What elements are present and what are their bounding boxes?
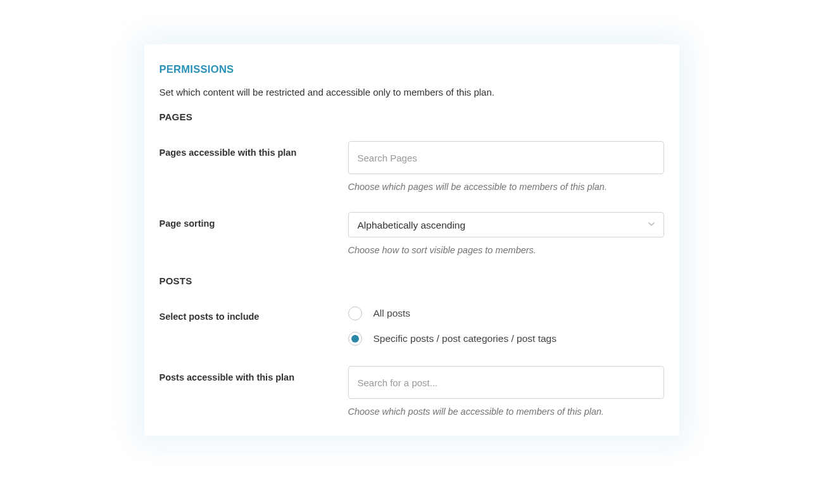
pages-accessible-control: Choose which pages will be accessible to… [348,141,664,192]
radio-all-posts-label: All posts [374,308,411,319]
radio-specific-posts-label: Specific posts / post categories / post … [374,333,556,344]
posts-accessible-hint: Choose which posts will be accessible to… [348,406,664,417]
radio-icon [348,306,362,320]
pages-accessible-label: Pages accessible with this plan [160,141,348,192]
page-sorting-select-wrapper: Alphabetically ascending [348,212,664,237]
card-description: Set which content will be restricted and… [160,87,664,98]
pages-search-input[interactable] [348,141,664,174]
page-sorting-hint: Choose how to sort visible pages to memb… [348,245,664,255]
posts-accessible-control: Choose which posts will be accessible to… [348,366,664,417]
page-sorting-label: Page sorting [160,212,348,255]
posts-include-control: All posts Specific posts / post categori… [348,305,664,346]
page-sorting-row: Page sorting Alphabetically ascending Ch… [160,212,664,255]
radio-icon [348,332,362,346]
pages-accessible-hint: Choose which pages will be accessible to… [348,182,664,192]
posts-include-radio-group: All posts Specific posts / post categori… [348,305,664,346]
pages-accessible-row: Pages accessible with this plan Choose w… [160,141,664,192]
radio-all-posts[interactable]: All posts [348,306,664,320]
pages-heading: PAGES [160,111,664,122]
posts-accessible-label: Posts accessible with this plan [160,366,348,417]
posts-heading: POSTS [160,275,664,286]
posts-include-label: Select posts to include [160,305,348,346]
posts-search-input[interactable] [348,366,664,399]
posts-accessible-row: Posts accessible with this plan Choose w… [160,366,664,417]
permissions-card: PERMISSIONS Set which content will be re… [144,44,679,436]
radio-specific-posts[interactable]: Specific posts / post categories / post … [348,332,664,346]
page-sorting-control: Alphabetically ascending Choose how to s… [348,212,664,255]
card-title: PERMISSIONS [160,63,664,75]
posts-include-row: Select posts to include All posts Specif… [160,305,664,346]
page-sorting-select[interactable]: Alphabetically ascending [348,212,664,237]
